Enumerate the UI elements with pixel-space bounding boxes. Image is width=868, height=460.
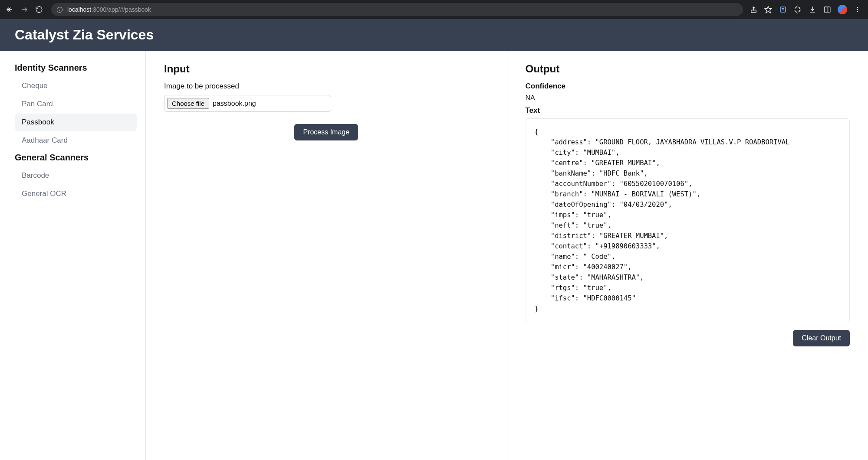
sidebar-group-general: General Scanners [9, 153, 137, 163]
toolbar-right [749, 5, 865, 14]
sidebar-item-general-ocr[interactable]: General OCR [15, 185, 137, 202]
url-text: localhost:3000/app/#/passbook [67, 6, 151, 13]
reader-icon[interactable] [779, 5, 787, 14]
app-header: Catalyst Zia Services [0, 19, 868, 51]
browser-toolbar: localhost:3000/app/#/passbook [0, 0, 868, 19]
choose-file-button[interactable]: Choose file [167, 98, 209, 109]
output-panel: Output Confidence NA Text { "address": "… [507, 51, 868, 460]
arrow-right-icon [20, 6, 28, 13]
sidebar-item-pan-card[interactable]: Pan Card [15, 95, 137, 113]
sidebar-item-passbook[interactable]: Passbook [15, 114, 137, 131]
reload-icon [35, 6, 43, 13]
svg-rect-11 [824, 7, 830, 12]
share-icon[interactable] [749, 5, 758, 14]
svg-point-15 [857, 11, 858, 12]
downloads-icon[interactable] [808, 5, 817, 14]
confidence-label: Confidence [526, 82, 850, 91]
svg-point-14 [857, 9, 858, 10]
input-panel: Input Image to be processed Choose file … [146, 51, 507, 460]
sidebar-item-barcode[interactable]: Barcode [15, 167, 137, 184]
profile-avatar-icon[interactable] [838, 5, 847, 14]
main-layout: Identity Scanners Cheque Pan Card Passbo… [0, 51, 868, 460]
output-heading: Output [526, 63, 850, 75]
file-field-label: Image to be processed [164, 82, 489, 91]
selected-file-name: passbook.png [213, 100, 256, 108]
back-button[interactable] [3, 3, 16, 16]
sidebar-group-identity: Identity Scanners [9, 63, 137, 73]
sidebar-item-aadhaar[interactable]: Aadhaar Card [15, 132, 137, 149]
arrow-left-icon [6, 6, 13, 13]
svg-point-13 [857, 7, 858, 8]
sidebar: Identity Scanners Cheque Pan Card Passbo… [0, 51, 146, 460]
svg-marker-6 [765, 7, 772, 13]
app-title: Catalyst Zia Services [15, 27, 853, 43]
site-info-icon[interactable] [56, 7, 63, 13]
text-label: Text [526, 106, 850, 115]
panel-icon[interactable] [823, 5, 832, 14]
url-path: :3000/app/#/passbook [91, 6, 151, 13]
extensions-icon[interactable] [793, 5, 802, 14]
sidebar-item-cheque[interactable]: Cheque [15, 77, 137, 95]
main-content: Input Image to be processed Choose file … [146, 51, 868, 460]
address-bar[interactable]: localhost:3000/app/#/passbook [51, 3, 743, 16]
kebab-menu-icon[interactable] [853, 5, 862, 14]
process-image-button[interactable]: Process Image [294, 124, 358, 140]
reload-button[interactable] [33, 3, 45, 16]
url-host: localhost [67, 6, 91, 13]
output-json[interactable]: { "address": "GROUND FLOOR, JAYABHADRA V… [526, 118, 850, 322]
forward-button[interactable] [18, 3, 30, 16]
file-input[interactable]: Choose file passbook.png [164, 95, 331, 112]
bookmark-star-icon[interactable] [764, 5, 773, 14]
confidence-value: NA [526, 94, 850, 102]
clear-output-button[interactable]: Clear Output [793, 330, 850, 346]
input-heading: Input [164, 63, 489, 75]
